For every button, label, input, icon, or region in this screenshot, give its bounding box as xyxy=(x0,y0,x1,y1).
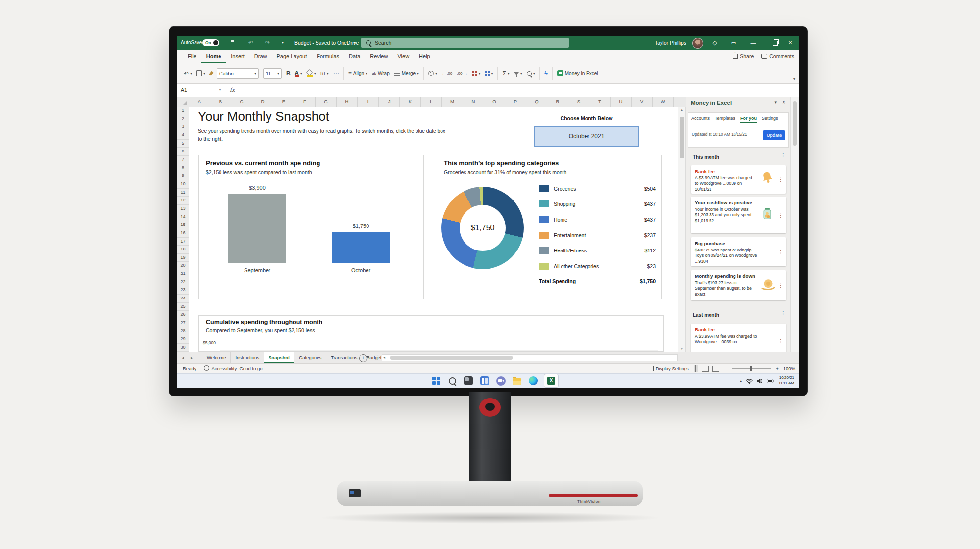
zoom-in-button[interactable]: + xyxy=(776,366,779,371)
vertical-scrollbar[interactable]: ▴ ▾ xyxy=(678,107,686,352)
insight-card-spending-down[interactable]: Monthly spending is down That’s $193.27 … xyxy=(691,270,786,300)
search-input[interactable]: Search xyxy=(361,38,569,48)
panel-tab-accounts[interactable]: Accounts xyxy=(691,116,710,123)
card-kebab-icon[interactable]: ⋮ xyxy=(778,249,783,254)
panel-tab-settings[interactable]: Settings xyxy=(762,116,778,123)
insight-card-bank-fee-last[interactable]: Bank fee A $3.99 ATM fee was charged to … xyxy=(691,324,786,352)
row-header-23[interactable]: 23 xyxy=(177,286,189,295)
insight-card-big-purchase[interactable]: Big purchase $482.29 was spent at Wingti… xyxy=(691,237,786,266)
panel-scroll-thumb[interactable] xyxy=(793,101,797,146)
save-icon[interactable] xyxy=(230,40,236,46)
zoom-out-button[interactable]: – xyxy=(724,366,727,371)
row-header-9[interactable]: 9 xyxy=(177,172,189,180)
column-header-S[interactable]: S xyxy=(568,97,589,107)
column-header-E[interactable]: E xyxy=(273,97,294,107)
row-header-21[interactable]: 21 xyxy=(177,270,189,278)
column-header-H[interactable]: H xyxy=(337,97,358,107)
tab-view[interactable]: View xyxy=(392,50,414,63)
document-title[interactable]: Budget - Saved to OneDrive xyxy=(294,36,359,50)
display-settings-button[interactable]: Display Settings xyxy=(647,366,689,371)
column-header-I[interactable]: I xyxy=(358,97,379,107)
font-name-select[interactable]: Calibri▾ xyxy=(217,68,259,79)
column-header-V[interactable]: V xyxy=(632,97,653,107)
ribbon-display-options-icon[interactable]: ▭ xyxy=(728,36,739,50)
column-header-P[interactable]: P xyxy=(505,97,526,107)
row-header-26[interactable]: 26 xyxy=(177,311,189,319)
row-header-10[interactable]: 10 xyxy=(177,180,189,189)
row-header-30[interactable]: 30 xyxy=(177,344,189,352)
column-header-O[interactable]: O xyxy=(484,97,505,107)
sheet-tab-categories[interactable]: Categories xyxy=(294,352,326,363)
card-kebab-icon[interactable]: ⋮ xyxy=(778,177,783,182)
zoom-level[interactable]: 100% xyxy=(784,366,795,371)
column-header-W[interactable]: W xyxy=(653,97,674,107)
row-header-18[interactable]: 18 xyxy=(177,246,189,254)
normal-view-button[interactable] xyxy=(694,365,698,372)
collapse-ribbon-chevron-icon[interactable]: ▾ xyxy=(793,77,795,81)
sheet-tab-instructions[interactable]: Instructions xyxy=(231,352,264,363)
row-header-14[interactable]: 14 xyxy=(177,213,189,222)
undo-dropdown[interactable]: ↶▾ xyxy=(184,70,192,77)
restore-button[interactable] xyxy=(773,41,778,46)
tray-overflow-chevron-icon[interactable]: ▴ xyxy=(740,379,742,383)
page-break-view-button[interactable] xyxy=(712,366,719,372)
row-header-19[interactable]: 19 xyxy=(177,254,189,262)
column-header-G[interactable]: G xyxy=(316,97,337,107)
share-button[interactable]: Share xyxy=(733,53,754,59)
next-sheet-icon[interactable]: ▸ xyxy=(191,352,193,363)
zoom-slider[interactable] xyxy=(732,368,771,369)
decrease-decimal-button[interactable]: .00→ xyxy=(457,71,467,75)
bar-september[interactable] xyxy=(228,194,286,263)
panel-close-icon[interactable]: × xyxy=(782,99,785,106)
volume-icon[interactable] xyxy=(757,378,763,384)
panel-tab-templates[interactable]: Templates xyxy=(715,116,735,123)
find-dropdown[interactable]: ▾ xyxy=(527,71,535,76)
premium-diamond-icon[interactable]: ◇ xyxy=(709,36,721,50)
scroll-left-icon[interactable]: ◂ xyxy=(383,355,385,361)
row-header-16[interactable]: 16 xyxy=(177,229,189,238)
tab-insert[interactable]: Insert xyxy=(226,50,249,63)
tab-page-layout[interactable]: Page Layout xyxy=(271,50,312,63)
tray-clock[interactable]: 10/20/21 11:11 AM xyxy=(778,375,794,386)
column-header-K[interactable]: K xyxy=(400,97,421,107)
flash-fill-icon[interactable]: ϟ xyxy=(544,70,548,77)
row-header-27[interactable]: 27 xyxy=(177,319,189,327)
row-header-3[interactable]: 3 xyxy=(177,123,189,131)
fx-icon[interactable]: fx xyxy=(230,84,235,96)
column-header-R[interactable]: R xyxy=(547,97,568,107)
row-header-17[interactable]: 17 xyxy=(177,238,189,246)
battery-icon[interactable] xyxy=(767,379,774,383)
card-kebab-icon[interactable]: ⋮ xyxy=(778,212,783,218)
select-all-corner[interactable] xyxy=(177,97,189,107)
tab-home[interactable]: Home xyxy=(201,50,226,63)
autosum-dropdown[interactable]: Σ▾ xyxy=(502,70,509,77)
tab-review[interactable]: Review xyxy=(365,50,392,63)
tab-file[interactable]: File xyxy=(183,50,201,63)
insight-card-cashflow[interactable]: Your cashflow is positive Your income in… xyxy=(691,197,786,233)
accessibility-status[interactable]: Accessibility: Good to go xyxy=(204,364,262,373)
tab-draw[interactable]: Draw xyxy=(249,50,272,63)
column-header-C[interactable]: C xyxy=(231,97,252,107)
redo-icon[interactable]: ↷ xyxy=(265,36,270,50)
row-header-5[interactable]: 5 xyxy=(177,140,189,148)
column-header-U[interactable]: U xyxy=(611,97,632,107)
number-format-dropdown[interactable]: ▾ xyxy=(428,71,437,76)
column-header-Q[interactable]: Q xyxy=(526,97,547,107)
column-header-T[interactable]: T xyxy=(589,97,611,107)
tab-splitter-icon[interactable]: ⋮ xyxy=(375,352,380,363)
row-header-28[interactable]: 28 xyxy=(177,327,189,336)
row-header-8[interactable]: 8 xyxy=(177,164,189,173)
column-header-F[interactable]: F xyxy=(294,97,316,107)
money-in-excel-button[interactable]: Money in Excel xyxy=(557,70,598,76)
file-explorer-button[interactable] xyxy=(512,375,522,386)
bold-button[interactable]: B xyxy=(286,70,291,77)
row-header-4[interactable]: 4 xyxy=(177,131,189,140)
tab-help[interactable]: Help xyxy=(414,50,435,63)
column-header-A[interactable]: A xyxy=(189,97,210,107)
sheet-tab-welcome[interactable]: Welcome xyxy=(202,352,231,363)
scroll-up-icon[interactable]: ▴ xyxy=(678,108,685,112)
tab-data[interactable]: Data xyxy=(344,50,365,63)
row-header-15[interactable]: 15 xyxy=(177,221,189,229)
format-painter-button[interactable] xyxy=(210,71,212,76)
row-header-13[interactable]: 13 xyxy=(177,205,189,213)
